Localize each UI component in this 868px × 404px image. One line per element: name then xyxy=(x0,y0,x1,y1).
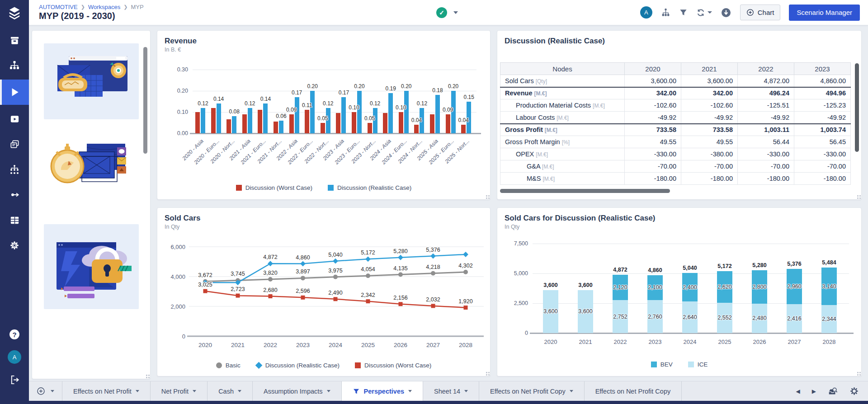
download-button[interactable] xyxy=(721,7,731,18)
sheet-tab-label: Assumption Impacts xyxy=(264,388,323,395)
table-row[interactable]: Gross Proft Margin [%]49.5549.5556.4456.… xyxy=(500,136,851,148)
legend-item[interactable]: Discussion (Realistic Case) xyxy=(256,362,340,369)
sidebar-user-avatar[interactable]: A xyxy=(0,347,29,367)
table-row[interactable]: Production Material Costs [M.€]-102.60-1… xyxy=(500,99,851,112)
x-axis-label: 2027 xyxy=(426,342,440,348)
column-header[interactable]: Nodes xyxy=(500,63,625,75)
table-row[interactable]: Labour Costs [M.€]-49.92-49.92-49.92-49.… xyxy=(500,112,851,124)
sidebar-item-drivers[interactable] xyxy=(0,158,29,181)
resize-grip[interactable] xyxy=(486,195,487,197)
table-row[interactable]: Revenue [M.€]342.00342.00496.24494.96 xyxy=(500,87,851,99)
total-value-label: 3,600 xyxy=(578,282,592,288)
stacked-bar xyxy=(682,273,698,333)
sheet-tab[interactable]: Sheet 14 xyxy=(423,381,479,401)
y-axis-tick: 4,000 xyxy=(170,273,185,280)
sidebar-item-reports[interactable] xyxy=(0,133,29,155)
bar-group xyxy=(399,91,409,133)
table-row[interactable]: OPEX [M.€]-330.00-380.00-330.00-330.00 xyxy=(500,148,851,160)
legend-item[interactable]: BEV xyxy=(651,361,673,368)
sheet-search-button[interactable] xyxy=(828,386,838,396)
sidebar-item-flows[interactable] xyxy=(0,183,29,206)
thumbnail-slide-1[interactable] xyxy=(44,43,139,119)
resize-grip[interactable] xyxy=(146,375,147,376)
filter-button[interactable] xyxy=(679,8,688,17)
data-point xyxy=(203,289,208,293)
y-axis-tick: 0 xyxy=(182,333,185,340)
sheet-tabbar: Effects on Net ProfitNet ProfitCashAssum… xyxy=(29,381,868,401)
avatar: A xyxy=(8,350,21,364)
node-cell: Labour Costs [M.€] xyxy=(500,112,625,124)
bar-value-label: 0.12 xyxy=(323,100,333,107)
sidebar-item-tables[interactable] xyxy=(0,209,29,231)
sheet-tab[interactable]: Net Profit xyxy=(151,381,208,401)
column-header[interactable]: 2023 xyxy=(794,63,851,75)
legend-item[interactable]: ICE xyxy=(688,361,708,368)
resize-grip[interactable] xyxy=(857,195,859,197)
y-axis-tick: 0.30 xyxy=(177,66,188,73)
resize-grip[interactable] xyxy=(486,372,487,373)
thumbnails-scrollbar[interactable] xyxy=(143,47,147,154)
column-header[interactable]: 2021 xyxy=(681,63,738,75)
value-cell: -49.92 xyxy=(794,112,851,124)
node-unit-badge: [M.€] xyxy=(557,115,569,121)
legend-marker xyxy=(216,362,222,368)
table-row[interactable]: M&S [M.€]-180.00-180.00-180.00-180.00 xyxy=(500,173,851,185)
app-logo[interactable] xyxy=(0,0,29,25)
hierarchy-button[interactable] xyxy=(661,8,670,17)
legend-item[interactable]: Discussion (Realistic Case) xyxy=(328,184,411,191)
legend-swatch xyxy=(688,362,694,367)
chevron-down-icon[interactable] xyxy=(453,11,458,14)
scenario-manager-button[interactable]: Scenario Manager xyxy=(789,5,860,21)
legend-item[interactable]: Discussion (Worst Case) xyxy=(236,184,312,191)
legend-item[interactable]: Basic xyxy=(216,362,241,369)
legend-marker xyxy=(355,362,361,368)
sidebar-item-help[interactable]: ? xyxy=(0,324,29,344)
table-row[interactable]: Gross Profit [M.€]733.58733.581,003.111,… xyxy=(500,124,851,136)
legend-marker xyxy=(255,362,262,369)
sidebar-item-archive[interactable] xyxy=(0,29,29,52)
sidebar-item-settings[interactable] xyxy=(0,234,29,257)
scroll-tabs-left-button[interactable]: ◀ xyxy=(796,388,800,395)
sheet-tab[interactable]: Effects on Net Profit Copy xyxy=(585,381,682,401)
thumbnail-slide-2[interactable] xyxy=(44,138,139,205)
user-avatar[interactable]: A xyxy=(640,6,652,19)
sheet-tab[interactable]: Cash xyxy=(208,381,253,401)
sheet-settings-button[interactable] xyxy=(849,386,859,396)
table-vertical-scrollbar[interactable] xyxy=(855,63,859,152)
sidebar-item-simulations[interactable] xyxy=(0,80,29,105)
sync-status: ✓ xyxy=(436,0,458,25)
sheet-tab[interactable]: Effects on Net Profit Copy xyxy=(479,381,585,401)
sheet-tab[interactable]: Effects on Net Profit xyxy=(62,381,151,401)
bar-group xyxy=(274,121,283,133)
sheet-tab[interactable]: Assumption Impacts xyxy=(253,381,342,401)
table-horizontal-scrollbar[interactable] xyxy=(500,189,670,193)
worst-bar xyxy=(211,108,216,133)
breadcrumb-workspaces[interactable]: Workspaces xyxy=(88,4,120,10)
status-check-icon[interactable]: ✓ xyxy=(436,7,447,18)
sidebar-item-models[interactable] xyxy=(0,54,29,77)
legend-label: Discussion (Realistic Case) xyxy=(265,362,340,369)
breadcrumb-title-block: AUTOMOTIVE ❯ Workspaces ❯ MYP MYP (2019 … xyxy=(29,4,144,21)
bar-group xyxy=(289,97,299,133)
thumbnail-slide-3[interactable] xyxy=(44,224,139,309)
table-row[interactable]: Sold Cars [Qty]3,600.003,600.004,872.004… xyxy=(500,75,851,87)
scroll-tabs-right-button[interactable]: ▶ xyxy=(812,388,816,395)
add-sheet-button[interactable] xyxy=(29,381,62,401)
refresh-button[interactable] xyxy=(696,8,712,17)
column-header[interactable]: 2022 xyxy=(738,63,794,75)
column-header[interactable]: 2020 xyxy=(625,63,681,75)
legend-item[interactable]: Discussion (Worst Case) xyxy=(355,362,431,369)
breadcrumb-automotive[interactable]: AUTOMOTIVE xyxy=(39,4,78,10)
bar-value-label: 0.14 xyxy=(213,96,224,102)
revenue-chart-panel: Revenue In B. € 0.300.200.100.000.122020… xyxy=(157,30,491,200)
add-chart-button[interactable]: Chart xyxy=(740,5,781,20)
sheet-tab[interactable]: Perspectives xyxy=(342,381,423,401)
sidebar-item-presentations[interactable] xyxy=(0,108,29,130)
sidebar-item-logout[interactable] xyxy=(0,370,29,390)
resize-grip[interactable] xyxy=(857,372,859,373)
chevron-down-icon xyxy=(238,390,241,392)
bar-value-label: 0.14 xyxy=(260,96,271,102)
table-row[interactable]: G&A [M.€]-70.00-70.00-70.00-70.00 xyxy=(500,160,851,173)
bar-value-label: 0.10 xyxy=(349,104,359,111)
node-unit-badge: [Qty] xyxy=(536,78,547,85)
